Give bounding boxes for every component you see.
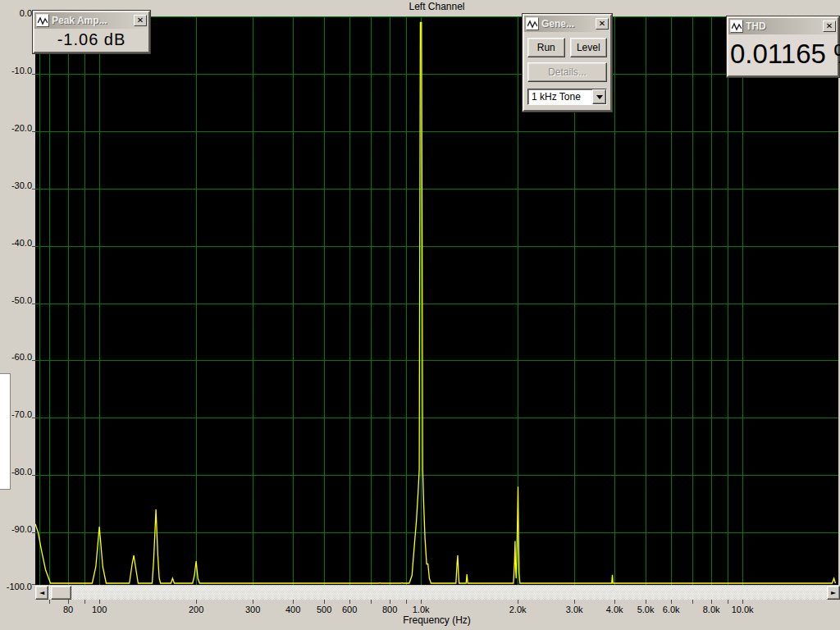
x-tick-mark [253,600,253,604]
x-tick-mark [518,600,518,604]
tone-select[interactable]: 1 kHz Tone [527,89,607,105]
scrollbar-right-arrow-button[interactable]: ► [827,586,840,600]
x-tick-mark [671,600,672,604]
spectrum-plot [35,16,838,585]
x-tick-mark [68,600,69,604]
peak-amplitude-value: -1.06 dB [34,29,148,52]
y-tick-label: -10.0 [0,66,32,75]
level-button[interactable]: Level [570,38,608,57]
y-tick-label: -50.0 [0,295,32,305]
y-tick-label: -40.0 [0,238,32,248]
generator-title: Gene... [541,18,593,30]
scrollbar-left-arrow-button[interactable]: ◄ [35,586,48,600]
y-tick-label: -90.0 [0,524,32,534]
peak-amplitude-window: Peak Amp... ✕ -1.06 dB [33,11,150,53]
close-icon[interactable]: ✕ [134,15,147,26]
x-tick-mark [421,600,422,604]
x-tick-mark [728,600,728,604]
x-tick-mark [196,600,197,604]
x-tick-mark [614,600,615,604]
y-tick-mark [32,418,35,418]
waveform-icon [730,20,743,33]
close-icon[interactable]: ✕ [596,18,609,30]
generator-titlebar[interactable]: Gene... ✕ [524,16,610,32]
y-tick-mark [32,584,35,585]
y-tick-mark [32,304,35,304]
x-tick-mark [293,600,294,604]
waveform-icon [36,14,49,27]
x-tick-mark [371,600,372,604]
x-tick-mark [692,600,693,604]
tone-select-value: 1 kHz Tone [528,91,592,103]
close-icon[interactable]: ✕ [823,21,836,32]
y-tick-mark [32,246,35,247]
x-tick-mark [390,600,390,604]
spectrum-trace [35,22,835,583]
y-tick-label: -100.0 [0,582,32,591]
thd-value: 0.01165 % [728,34,838,75]
y-tick-label: -30.0 [0,180,32,190]
x-tick-mark [406,600,407,604]
y-tick-mark [32,475,35,476]
scrollbar-thumb[interactable] [51,586,71,600]
details-button[interactable]: Details... [527,62,607,82]
run-button[interactable]: Run [527,38,565,57]
x-tick-mark [84,600,85,604]
scroll-left-icon: ◄ [39,589,44,596]
scroll-right-icon: ► [831,589,836,596]
x-tick-label: 6.0k [651,605,692,614]
x-tick-label: 600 [329,605,370,614]
x-tick-mark [742,600,743,604]
chart-title: Left Channel [35,1,838,12]
y-tick-mark [32,360,35,361]
x-tick-mark [49,600,50,604]
offscreen-window-fragment [0,373,11,490]
thd-window: THD ✕ 0.01165 % [727,16,839,77]
thd-titlebar[interactable]: THD ✕ [728,18,838,34]
x-tick-mark [99,600,100,604]
x-tick-label: 10.0k [722,605,763,614]
y-tick-mark [32,131,35,132]
x-tick-mark [349,600,350,604]
x-tick-mark [574,600,575,604]
thd-title: THD [746,21,820,32]
y-tick-label: -20.0 [0,123,32,133]
y-tick-mark [32,532,35,533]
x-tick-label: 1.0k [400,605,441,614]
chevron-down-icon[interactable] [592,89,606,104]
x-axis-title: Frequency (Hz) [35,614,838,626]
spectrum-analyzer-app: Left Channel 0.0-10.0-20.0-30.0-40.0-50.… [0,0,840,630]
x-tick-mark [324,600,325,604]
x-tick-mark [711,600,712,604]
x-tick-label: 200 [176,605,217,614]
y-tick-mark [32,74,35,75]
y-tick-label: 0.0 [0,8,32,18]
generator-window: Gene... ✕ Run Level Details... 1 kHz Ton… [523,14,612,112]
x-tick-label: 2.0k [497,605,538,614]
frequency-scrollbar[interactable]: ◄ ► [35,586,840,600]
y-tick-mark [32,189,35,189]
y-tick-label: -60.0 [0,352,32,362]
waveform-icon [526,17,539,30]
peak-amplitude-title: Peak Amp... [52,15,131,26]
x-tick-label: 100 [79,605,120,614]
spectrum-plot-canvas [35,16,838,585]
x-tick-label: 3.0k [554,605,595,614]
x-tick-mark [646,600,646,604]
peak-amplitude-titlebar[interactable]: Peak Amp... ✕ [34,12,148,29]
x-tick-label: 300 [232,605,273,614]
